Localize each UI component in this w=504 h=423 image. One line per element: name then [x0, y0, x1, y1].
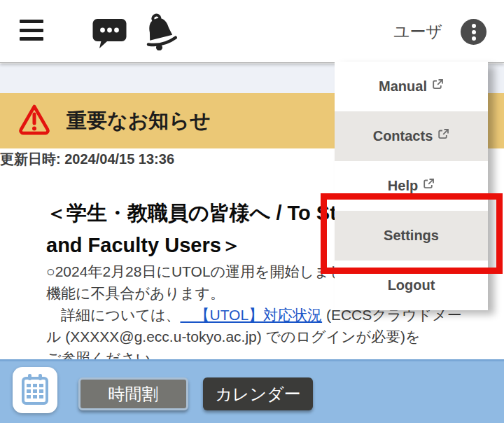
- more-vertical-icon[interactable]: [461, 19, 486, 45]
- external-link-icon: [432, 78, 444, 94]
- menu-item-label: Help: [388, 178, 418, 194]
- kebab-dot: [472, 36, 476, 41]
- menu-item-label: Logout: [388, 277, 435, 293]
- hamburger-bar: [20, 20, 43, 23]
- hamburger-bar: [20, 37, 43, 41]
- user-dropdown-menu: Manual Contacts Help: [335, 62, 488, 310]
- body-text: 詳細については、: [46, 307, 180, 323]
- menu-item-label: Settings: [384, 228, 439, 244]
- external-link-icon: [438, 127, 449, 144]
- menu-item-contacts[interactable]: Contacts: [335, 111, 488, 161]
- calendar-button[interactable]: カレンダー: [203, 377, 313, 410]
- calendar-grid-icon: [20, 373, 50, 408]
- kebab-dot: [472, 30, 476, 34]
- menu-item-help[interactable]: Help: [335, 161, 488, 211]
- notifications-icon[interactable]: [141, 13, 178, 53]
- external-link-icon: [423, 177, 435, 193]
- kebab-dot: [472, 24, 476, 28]
- warning-icon: [18, 100, 51, 142]
- messages-icon[interactable]: [92, 18, 127, 52]
- hamburger-menu-icon[interactable]: [20, 20, 43, 41]
- top-header: ユーザ: [0, 0, 504, 63]
- utol-page: 重要なお知らせ 更新日時: 2024/04/15 13:36 ＜学生・教職員の皆…: [0, 0, 504, 423]
- menu-item-manual[interactable]: Manual: [335, 62, 488, 111]
- updated-timestamp: 更新日時: 2024/04/15 13:36: [0, 150, 174, 169]
- hamburger-bar: [20, 29, 43, 32]
- menu-item-settings[interactable]: Settings: [335, 211, 488, 261]
- banner-title: 重要なお知らせ: [66, 107, 211, 135]
- menu-item-label: Contacts: [373, 128, 433, 144]
- user-label: ユーザ: [393, 21, 442, 43]
- menu-item-logout[interactable]: Logout: [335, 261, 488, 310]
- timetable-button[interactable]: 時間割: [78, 377, 188, 410]
- utol-status-link[interactable]: 【UTOL】対応状況: [180, 307, 322, 323]
- timetable-widget-button[interactable]: [13, 367, 57, 413]
- menu-item-label: Manual: [379, 78, 427, 95]
- bottom-toolbar: 時間割 カレンダー: [0, 359, 504, 423]
- notice-body-line: ル (XXXXX@g.ecc.u-tokyo.ac.jp) でのログインが必要)…: [46, 326, 438, 347]
